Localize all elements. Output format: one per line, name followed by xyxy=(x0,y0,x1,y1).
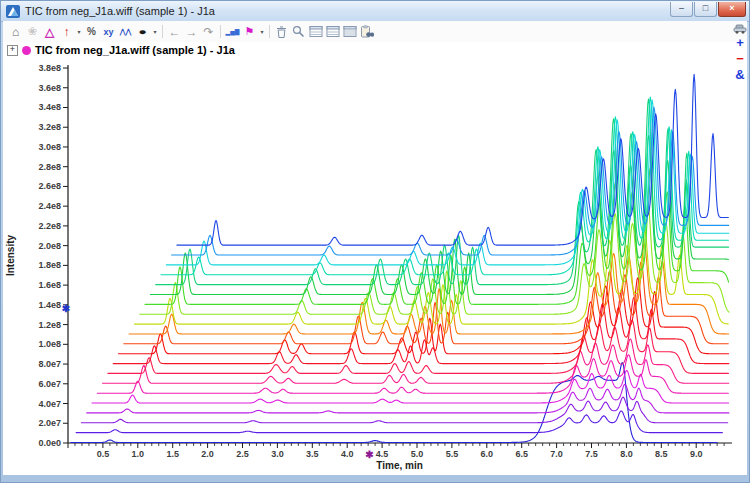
forward-icon[interactable]: → xyxy=(183,23,200,40)
peak-flag-icon[interactable]: ⚑ xyxy=(241,23,258,40)
legend-label: TIC from neg_J1a.wiff (sample 1) - J1a xyxy=(35,44,235,56)
svg-text:8.0: 8.0 xyxy=(620,449,633,459)
dropdown-caret-icon[interactable]: ▾ xyxy=(75,23,83,40)
svg-text:6.0e7: 6.0e7 xyxy=(38,379,61,389)
tool-cart-icon[interactable] xyxy=(733,24,747,34)
svg-text:2.5: 2.5 xyxy=(236,449,249,459)
svg-text:3.0e8: 3.0e8 xyxy=(38,142,61,152)
svg-text:6.0: 6.0 xyxy=(481,449,494,459)
svg-text:3.4e8: 3.4e8 xyxy=(38,102,61,112)
legend-expander[interactable]: + xyxy=(7,45,18,56)
client-area: ⌂❀△↑▾%xy⋀⋀●▾←→↷▂▅▇⚑▾ + TIC from neg_J1a.… xyxy=(3,21,747,475)
table-view-2-icon[interactable] xyxy=(324,23,341,40)
svg-text:3.8e8: 3.8e8 xyxy=(38,63,61,73)
copy-table-icon[interactable] xyxy=(358,23,375,40)
svg-text:2.6e8: 2.6e8 xyxy=(38,181,61,191)
svg-text:3.5: 3.5 xyxy=(306,449,319,459)
app-window: TIC from neg_J1a.wiff (sample 1) - J1a –… xyxy=(0,0,750,483)
y-axis-ticks: 0.0e02.0e74.0e76.0e78.0e71.0e81.2e81.4e8… xyxy=(38,63,68,448)
overlay-side-toolbar: + − & xyxy=(733,24,747,82)
x-axis-ticks: 0.51.01.52.02.53.03.54.04.55.05.56.06.57… xyxy=(68,443,724,459)
redo-icon[interactable]: ↷ xyxy=(200,23,217,40)
y-axis-label: Intensity xyxy=(5,235,16,277)
axes-scale-icon[interactable]: xy xyxy=(100,23,117,40)
app-logo-icon xyxy=(6,5,20,18)
peak-select-icon[interactable]: △ xyxy=(41,23,58,40)
svg-text:7.0: 7.0 xyxy=(550,449,563,459)
toolbar-separator xyxy=(269,25,270,38)
svg-text:3.0: 3.0 xyxy=(271,449,284,459)
trace-legend-row: + TIC from neg_J1a.wiff (sample 1) - J1a xyxy=(3,43,235,57)
svg-text:2.2e8: 2.2e8 xyxy=(38,221,61,231)
trace-04[interactable] xyxy=(87,384,729,413)
svg-text:9.0: 9.0 xyxy=(690,449,703,459)
bar-chart-icon[interactable]: ▂▅▇ xyxy=(224,23,241,40)
minimize-button[interactable]: – xyxy=(670,2,693,17)
svg-text:4.5: 4.5 xyxy=(376,449,389,459)
svg-text:1.6e8: 1.6e8 xyxy=(38,280,61,290)
trace-05[interactable] xyxy=(92,371,729,404)
svg-text:7.5: 7.5 xyxy=(585,449,598,459)
svg-text:5.0: 5.0 xyxy=(411,449,424,459)
axis-marker-x[interactable]: ✱ xyxy=(365,449,374,460)
svg-text:3.2e8: 3.2e8 xyxy=(38,122,61,132)
table-view-3-icon[interactable] xyxy=(341,23,358,40)
toolbar-separator xyxy=(220,25,221,38)
svg-text:2.0e8: 2.0e8 xyxy=(38,241,61,251)
svg-text:1.0e8: 1.0e8 xyxy=(38,339,61,349)
back-icon[interactable]: ← xyxy=(166,23,183,40)
svg-text:8.0e7: 8.0e7 xyxy=(38,359,61,369)
toolbar-separator xyxy=(162,25,163,38)
window-title: TIC from neg_J1a.wiff (sample 1) - J1a xyxy=(25,5,215,17)
svg-text:1.4e8: 1.4e8 xyxy=(38,300,61,310)
axis-marker-y[interactable]: ✱ xyxy=(62,303,71,314)
svg-text:1.0: 1.0 xyxy=(132,449,145,459)
svg-text:8.5: 8.5 xyxy=(655,449,668,459)
svg-text:1.8e8: 1.8e8 xyxy=(38,260,61,270)
link-icon[interactable]: ● xyxy=(129,23,156,40)
svg-text:4.0e7: 4.0e7 xyxy=(38,399,61,409)
close-button[interactable]: × xyxy=(718,2,746,17)
delete-icon[interactable] xyxy=(273,23,290,40)
dropdown-caret-icon[interactable]: ▾ xyxy=(258,23,266,40)
legend-marker-icon xyxy=(22,46,31,55)
zoom-icon[interactable] xyxy=(290,23,307,40)
svg-text:2.4e8: 2.4e8 xyxy=(38,201,61,211)
svg-text:1.5: 1.5 xyxy=(166,449,179,459)
svg-text:0.5: 0.5 xyxy=(97,449,110,459)
svg-text:2.0: 2.0 xyxy=(201,449,214,459)
flower-icon[interactable]: ❀ xyxy=(24,23,41,40)
chromatogram-traces xyxy=(71,74,729,442)
x-axis-label: Time, min xyxy=(376,460,423,471)
svg-text:1.2e8: 1.2e8 xyxy=(38,320,61,330)
home-icon[interactable]: ⌂ xyxy=(7,23,24,40)
overlay-remove-button[interactable]: − xyxy=(736,52,744,66)
svg-text:2.0e7: 2.0e7 xyxy=(38,418,61,428)
chromatogram-plot[interactable]: 0.0e02.0e74.0e76.0e78.0e71.0e81.2e81.4e8… xyxy=(3,57,735,475)
maximize-button[interactable]: □ xyxy=(694,2,717,17)
svg-text:5.5: 5.5 xyxy=(446,449,459,459)
svg-text:4.0: 4.0 xyxy=(341,449,354,459)
svg-text:3.6e8: 3.6e8 xyxy=(38,83,61,93)
svg-text:6.5: 6.5 xyxy=(515,449,528,459)
overlay-add-button[interactable]: + xyxy=(736,36,744,50)
svg-text:0.0e0: 0.0e0 xyxy=(38,438,61,448)
title-bar[interactable]: TIC from neg_J1a.wiff (sample 1) - J1a –… xyxy=(1,1,749,22)
overlay-combine-button[interactable]: & xyxy=(735,68,744,82)
trace-08[interactable] xyxy=(108,320,729,373)
table-view-1-icon[interactable] xyxy=(307,23,324,40)
trace-02[interactable] xyxy=(76,411,722,433)
svg-text:2.8e8: 2.8e8 xyxy=(38,162,61,172)
offset-up-icon[interactable]: ↑ xyxy=(58,23,75,40)
percent-icon[interactable]: % xyxy=(83,23,100,40)
main-toolbar: ⌂❀△↑▾%xy⋀⋀●▾←→↷▂▅▇⚑▾ xyxy=(3,21,747,42)
